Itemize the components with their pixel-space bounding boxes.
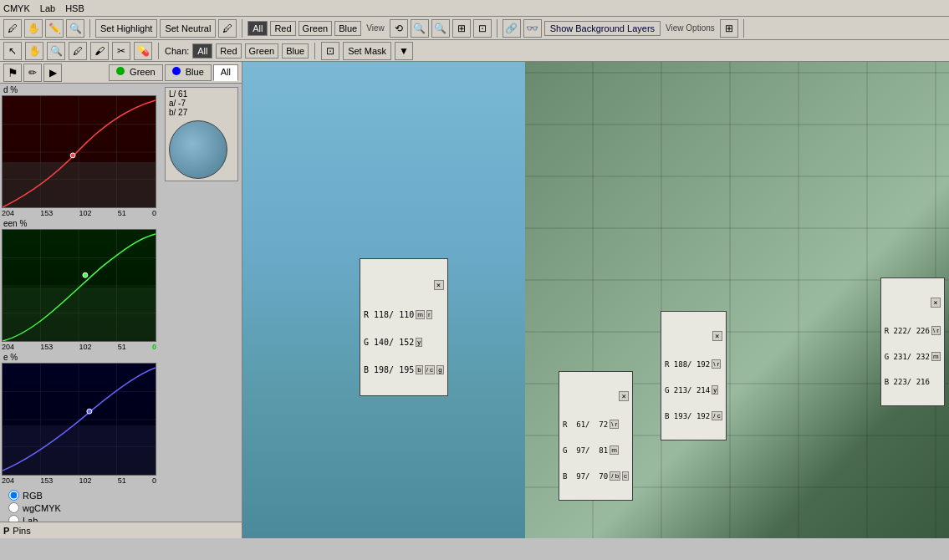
- popup1-y-btn[interactable]: y: [416, 338, 422, 347]
- toolbar-row1: 🖊 ✋ ✏️ 🔍 Set Highlight Set Neutral 🖊 All…: [0, 17, 949, 40]
- radio-rgb-input[interactable]: [8, 490, 19, 501]
- tool2-icon7[interactable]: 💊: [134, 42, 152, 60]
- set-mask-button[interactable]: Set Mask: [343, 42, 391, 60]
- mask-icon[interactable]: ⊡: [321, 42, 339, 60]
- svg-rect-22: [3, 425, 156, 475]
- svg-rect-6: [3, 162, 156, 207]
- popup2-y-btn[interactable]: m: [931, 352, 941, 361]
- popup1-close[interactable]: ×: [434, 280, 444, 290]
- tab-expand-icon[interactable]: ▶: [43, 64, 62, 82]
- curve-red-graph[interactable]: [2, 95, 156, 208]
- popup1-B-row: B 198/ 195 b / c g: [364, 365, 444, 374]
- tool2-icon6[interactable]: ✂: [112, 42, 130, 60]
- menu-cmyk[interactable]: CMYK: [3, 3, 30, 13]
- zoom-out-icon[interactable]: 🔍: [431, 19, 450, 38]
- popup4-G-row: G 97/ 81 m: [563, 445, 629, 455]
- zoom-actual-icon[interactable]: ⊡: [473, 19, 492, 38]
- view-options-section: 🔗 👓 Show Background Layers View Options …: [503, 19, 744, 38]
- view-section: All Red Green Blue View ⟲ 🔍 🔍 ⊞ ⊡: [247, 19, 497, 38]
- popup3-r-btn[interactable]: \ r: [712, 359, 721, 369]
- radio-lab-input[interactable]: [8, 515, 19, 522]
- view-icon[interactable]: ⟲: [390, 19, 408, 38]
- popup1-R-row: R 118/ 110 m r: [364, 310, 444, 319]
- tab-all[interactable]: All: [213, 64, 238, 81]
- lab-L: L/ 61: [169, 89, 234, 99]
- color-popup-2: × R 222/ 226 \ r G 231/ 232 m B 223/ 216: [880, 277, 945, 406]
- popup4-close[interactable]: ×: [619, 391, 629, 401]
- popup3-c-btn[interactable]: / c: [712, 411, 722, 420]
- popup4-c-btn[interactable]: c: [622, 471, 629, 481]
- svg-point-23: [87, 409, 92, 414]
- radio-lab: Lab: [8, 515, 233, 522]
- tool-icon2[interactable]: ✋: [24, 19, 43, 38]
- pins-p-icon: P: [3, 526, 9, 536]
- color-popup-3: × R 188/ 192 \ r G 213/ 214 y B 193/ 192…: [661, 311, 727, 440]
- tool-icon4[interactable]: 🔍: [66, 19, 84, 38]
- chan2-all-btn[interactable]: All: [192, 43, 212, 59]
- chan2-blue-btn[interactable]: Blue: [282, 43, 309, 59]
- popup1-m-btn[interactable]: m: [416, 310, 425, 319]
- popup3-y-btn[interactable]: y: [712, 385, 718, 395]
- popup4-y-btn[interactable]: m: [610, 445, 619, 455]
- popup1-c-btn[interactable]: / c: [425, 365, 435, 374]
- lab-b: b/ 27: [169, 108, 234, 117]
- popup3-G-row: G 213/ 214 y: [665, 385, 722, 395]
- menu-lab[interactable]: Lab: [40, 3, 55, 13]
- popup1-G-row: G 140/ 152 y: [364, 338, 444, 347]
- glasses-icon[interactable]: 👓: [523, 19, 542, 38]
- channel-blue-btn[interactable]: Blue: [334, 21, 361, 36]
- eyedropper-icon[interactable]: 🖊: [218, 19, 237, 38]
- highlight-section: Set Highlight Set Neutral 🖊: [95, 19, 242, 38]
- popup1-b-btn[interactable]: b: [416, 365, 422, 374]
- lab-panel: L/ 61 a/ -7 b/ 27: [165, 87, 238, 181]
- zoom-fit-icon[interactable]: ⊞: [452, 19, 471, 38]
- set-neutral-button[interactable]: Set Neutral: [160, 19, 216, 38]
- zoom-in-icon[interactable]: 🔍: [411, 19, 429, 38]
- tool2-icon4[interactable]: 🖊: [69, 42, 87, 60]
- tool2-icon3[interactable]: 🔍: [47, 42, 65, 60]
- show-bg-button[interactable]: Show Background Layers: [544, 21, 661, 36]
- tool2-icon5[interactable]: 🖌: [90, 42, 109, 60]
- tool-icon3[interactable]: ✏️: [45, 19, 64, 38]
- radio-wgcmyk-input[interactable]: [8, 502, 19, 513]
- channel-green-btn[interactable]: Green: [298, 21, 333, 36]
- menu-bar: CMYK Lab HSB: [0, 0, 949, 17]
- curve-blue-svg: [3, 364, 156, 475]
- popup2-R-row: R 222/ 226 \ r: [885, 326, 941, 335]
- popup2-G: G 231/ 232: [885, 353, 930, 361]
- popup1-r-btn[interactable]: r: [426, 310, 432, 319]
- chan2-green-btn[interactable]: Green: [245, 43, 279, 59]
- tool2-icon2[interactable]: ✋: [25, 42, 43, 60]
- curve-blue-graph[interactable]: [2, 363, 156, 476]
- radio-rgb: RGB: [8, 490, 233, 501]
- tab-flag-icon[interactable]: ⚑: [3, 64, 22, 82]
- tool2-icon1[interactable]: ↖: [3, 42, 22, 60]
- set-highlight-button[interactable]: Set Highlight: [95, 19, 157, 38]
- popup3-close[interactable]: ×: [712, 331, 722, 341]
- tab-pen-icon[interactable]: ✏: [23, 64, 42, 82]
- tab-blue[interactable]: Blue: [165, 64, 212, 81]
- tab-green[interactable]: Green: [109, 64, 163, 81]
- popup4-m-btn[interactable]: \ r: [610, 420, 619, 429]
- popup2-close[interactable]: ×: [931, 298, 941, 308]
- link-icon[interactable]: 🔗: [503, 19, 521, 38]
- tool-icon1[interactable]: 🖊: [3, 19, 22, 38]
- popup4-b-btn[interactable]: / b: [610, 471, 620, 481]
- menu-hsb[interactable]: HSB: [65, 3, 84, 13]
- curve-green-container: een % 20415310251: [2, 219, 240, 351]
- radio-lab-label: Lab: [23, 516, 38, 522]
- mask-down-icon[interactable]: ▼: [395, 42, 413, 60]
- chan2-red-btn[interactable]: Red: [216, 43, 241, 59]
- curve-red-container: d %: [2, 85, 240, 217]
- curve-blue-container: e % 204153102510: [2, 353, 240, 485]
- channel-red-btn[interactable]: Red: [270, 21, 295, 36]
- curve-green-graph[interactable]: [2, 229, 156, 342]
- channel-all-btn[interactable]: All: [247, 21, 268, 36]
- popup1-g-btn[interactable]: g: [436, 365, 443, 374]
- options-area: RGB wgCMYK Lab HSB Compare Load...: [2, 486, 240, 522]
- view-options-icon[interactable]: ⊞: [720, 19, 738, 38]
- image-area[interactable]: × R 118/ 110 m r G 140/ 152 y B 198/ 195…: [242, 62, 949, 538]
- curve-blue-scale: 204153102510: [2, 476, 156, 485]
- popup2-m-btn[interactable]: \ r: [931, 326, 941, 335]
- radio-wgcmyk: wgCMYK: [8, 502, 233, 513]
